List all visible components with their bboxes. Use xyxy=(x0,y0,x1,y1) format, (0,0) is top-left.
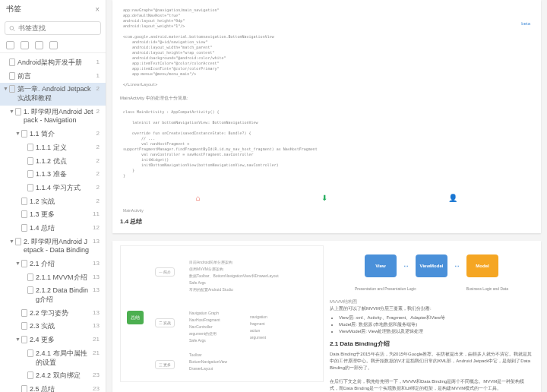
section-title-1-4: 1.4 总结 xyxy=(120,217,533,226)
mvvm-model-box: Model xyxy=(466,254,498,277)
page-13: 总结 一 简介目前Android简单分层架构使用MVVM分层架构数据Toolba… xyxy=(112,241,541,392)
tree-item[interactable]: 1.1.2 优点2 xyxy=(0,155,106,169)
tree-item[interactable]: 2.3 实战13 xyxy=(0,320,106,334)
beta-badge: beta xyxy=(521,21,530,26)
heading-2-1: 2.1 Data Binding介绍 xyxy=(330,340,533,349)
page-12: beta app:navGraph="@navigation/main_navi… xyxy=(112,0,541,233)
mindmap-sub: 目前Android简单分层架构 xyxy=(189,260,232,264)
mindmap-tag: fragment xyxy=(250,321,265,326)
search-icon xyxy=(9,25,15,32)
view-icon-1[interactable] xyxy=(6,41,14,49)
mindmap-root: 总结 xyxy=(127,311,144,324)
mvvm-caption: MVVM结构图 xyxy=(330,299,533,305)
list-item: View层: xml、Activity、Fragment、Adapter和Vie… xyxy=(339,315,533,321)
tree-item[interactable]: 1.1.1 定义2 xyxy=(0,141,106,155)
mindmap-sub: Safe Args xyxy=(189,280,206,285)
tree-item[interactable]: 2.5 总结23 xyxy=(0,383,106,392)
tree-item[interactable]: ▼第一章. Android Jetpack实战和教程2 xyxy=(0,83,106,105)
tree-item[interactable]: 1.3 更多11 xyxy=(0,208,106,222)
tree-item[interactable]: ▼2. 即学即用Android Jetpack - Data Binding13 xyxy=(0,236,106,258)
list-item: ViewModel层: View处理数据以及逻辑处理 xyxy=(339,328,533,335)
close-icon[interactable]: × xyxy=(95,5,100,14)
intro-text: 从上面的可以了解MVVM分层三要素，我们分别看: xyxy=(330,305,533,312)
mindmap-sub: NavHostFragment xyxy=(189,318,220,322)
tree-item[interactable]: ▼1.1 简介2 xyxy=(0,128,106,141)
mindmap-sub: Safe Args xyxy=(189,338,206,343)
download-icon: ⬇ xyxy=(321,194,327,202)
search-input[interactable] xyxy=(18,24,96,32)
tree-item[interactable]: 1.2 实战2 xyxy=(0,195,106,209)
tree-item[interactable]: ▼2.1 介绍13 xyxy=(0,258,106,271)
user-icon: 👤 xyxy=(448,194,457,202)
mvvm-diagram: View ↔ ViewModel ↔ Model xyxy=(330,245,533,286)
mindmap-sub: Toolbar xyxy=(189,352,201,357)
sidebar-view-icons xyxy=(0,38,106,53)
bookmark-tree: Android架构开发手册1前言1▼第一章. Android Jetpack实战… xyxy=(0,53,106,392)
mindmap-node: 一 简介 xyxy=(155,267,175,277)
document-content[interactable]: beta app:navGraph="@navigation/main_navi… xyxy=(106,0,547,392)
tree-item[interactable]: ▼2.4 更多21 xyxy=(0,334,106,347)
tree-item[interactable]: 前言1 xyxy=(0,70,106,84)
mindmap-sub: 常用的配置Android Studio xyxy=(189,287,233,292)
tree-item[interactable]: Android架构开发手册1 xyxy=(0,56,106,70)
list-item: Model层: 数据源 (本地数据和服务端等) xyxy=(339,321,533,328)
tree-item[interactable]: 1.4 总结12 xyxy=(0,222,106,236)
tree-item[interactable]: 2.4.2 双向绑定23 xyxy=(0,369,106,383)
paragraph-2-1: Data Binding于2015年在活，为2015年Google推荐。在防被提… xyxy=(330,351,533,392)
tree-item[interactable]: ▼1. 即学即用Android Jetpack - Navigation2 xyxy=(0,106,106,128)
search-box[interactable] xyxy=(5,21,101,35)
mindmap-node: 三 更多 xyxy=(155,360,175,369)
mindmap-sub: BottomNavigationView xyxy=(189,359,227,364)
bullet-list: View层: xml、Activity、Fragment、Adapter和Vie… xyxy=(330,315,533,335)
tree-item[interactable]: 1.1.4 学习方式2 xyxy=(0,182,106,195)
tree-item[interactable]: 2.2 学习姿势13 xyxy=(0,307,106,321)
view-icon-2[interactable] xyxy=(21,41,29,49)
arrow-icon: ↔ xyxy=(454,262,460,270)
view-icon-3[interactable] xyxy=(35,41,43,49)
mindmap-diagram: 总结 一 简介目前Android简单分层架构使用MVVM分层架构数据Toolba… xyxy=(120,245,324,382)
view-icon-4[interactable] xyxy=(49,41,58,49)
tree-item[interactable]: 2.1.1 MVVM介绍13 xyxy=(0,271,106,285)
home-icon: ⌂ xyxy=(196,194,201,202)
mindmap-tag: action xyxy=(250,328,260,333)
mvvm-view-box: View xyxy=(365,254,397,277)
mindmap-tag: navigation xyxy=(250,315,267,319)
sidebar-title: 书签 xyxy=(6,4,21,14)
svg-point-0 xyxy=(10,26,14,30)
mindmap-sub: 使用MVVM分层架构 xyxy=(189,267,223,271)
mvvm-label-right: Business Logic and Data xyxy=(466,286,508,291)
tree-item[interactable]: 2.1.2 Data Binding介绍13 xyxy=(0,284,106,306)
mindmap-sub: DrawerLayout xyxy=(189,366,213,371)
tree-item[interactable]: 1.1.3 准备2 xyxy=(0,168,106,182)
footer-label: MainActivity xyxy=(120,208,533,213)
mvvm-viewmodel-box: ViewModel xyxy=(416,254,447,277)
code-block-kotlin: class MainActivity : AppCompatActivity()… xyxy=(120,106,533,182)
svg-line-1 xyxy=(13,29,14,30)
mindmap-node: 二 实战 xyxy=(155,318,175,327)
mindmap-sub: 数据Toolbar、BottomNavigationView和DrawerLay… xyxy=(189,273,279,278)
code-block-layout: app:navGraph="@navigation/main_navigatio… xyxy=(120,5,533,90)
mindmap-tag: argument xyxy=(250,335,266,340)
bookmarks-sidebar: 书签 × Android架构开发手册1前言1▼第一章. Android Jetp… xyxy=(0,0,106,392)
app-bottom-nav-preview: ⌂ ⬇ 👤 xyxy=(120,188,533,208)
arrow-icon: ↔ xyxy=(403,262,409,270)
mindmap-sub: argument的使用 xyxy=(189,331,217,336)
mindmap-sub: NavController xyxy=(189,324,213,329)
code-note: MainActivity 中的处理也十分简单: xyxy=(120,95,533,102)
mvvm-label-left: Presentation and Presentation Logic xyxy=(355,286,416,291)
mindmap-sub: Navigation Graph xyxy=(189,311,219,315)
tree-item[interactable]: 2.4.1 布局中属性的设置21 xyxy=(0,347,106,369)
